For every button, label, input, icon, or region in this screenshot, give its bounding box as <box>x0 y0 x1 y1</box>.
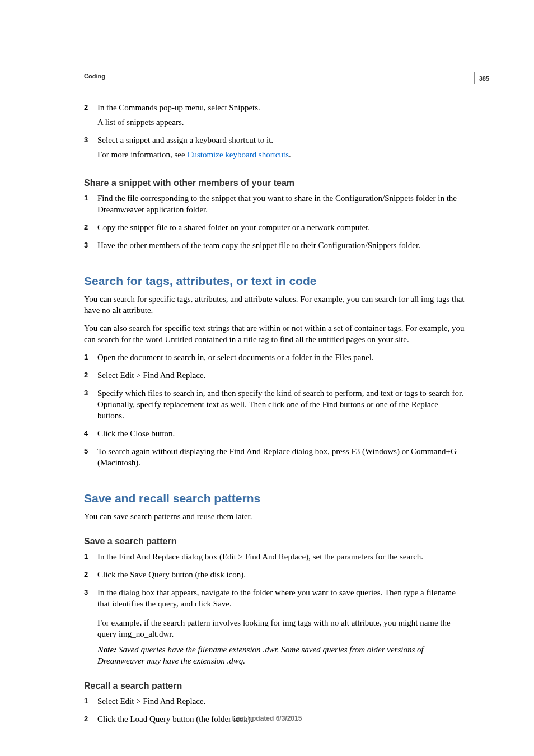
list-item: 3 In the dialog box that appears, naviga… <box>84 587 467 613</box>
list-body: Select Edit > Find And Replace. <box>97 696 467 710</box>
paragraph: Click the Save Query button (the disk ic… <box>97 569 467 580</box>
page-number-wrap: 385 <box>474 72 489 84</box>
list-item: 3 Select a snippet and assign a keyboard… <box>84 134 467 164</box>
list-item: 3 Specify which files to search in, and … <box>84 388 467 424</box>
paragraph: You can search for specific tags, attrib… <box>84 293 467 316</box>
list-body: In the Find And Replace dialog box (Edit… <box>97 551 467 566</box>
list-body: To search again without displaying the F… <box>97 446 467 472</box>
list-number: 1 <box>84 696 97 710</box>
paragraph: You can save search patterns and reuse t… <box>84 511 467 522</box>
paragraph: In the dialog box that appears, navigate… <box>97 587 467 609</box>
paragraph: Select Edit > Find And Replace. <box>97 696 467 707</box>
list-body: In the Commands pop-up menu, select Snip… <box>97 102 467 131</box>
list-body: Copy the snippet file to a shared folder… <box>97 222 467 236</box>
list-number: 2 <box>84 370 97 384</box>
list-item: 5 To search again without displaying the… <box>84 446 467 472</box>
list-number: 2 <box>84 222 97 236</box>
list-number: 2 <box>84 569 97 584</box>
page-number: 385 <box>479 75 489 82</box>
paragraph: Copy the snippet file to a shared folder… <box>97 222 467 233</box>
list-number: 1 <box>84 193 97 218</box>
list-body: Have the other members of the team copy … <box>97 240 467 254</box>
paragraph: Open the document to search in, or selec… <box>97 352 467 363</box>
text: . <box>289 150 291 159</box>
list-item: 3 Have the other members of the team cop… <box>84 240 467 254</box>
paragraph: Click the Close button. <box>97 428 467 439</box>
list-body: Find the file corresponding to the snipp… <box>97 193 467 218</box>
breadcrumb: Coding <box>84 73 467 80</box>
list-body: Select a snippet and assign a keyboard s… <box>97 134 467 164</box>
list-item: 1 In the Find And Replace dialog box (Ed… <box>84 551 467 566</box>
list-body: Click the Save Query button (the disk ic… <box>97 569 467 584</box>
heading-share-snippet: Share a snippet with other members of yo… <box>84 178 467 188</box>
paragraph: Select Edit > Find And Replace. <box>97 370 467 381</box>
list-body: Open the document to search in, or selec… <box>97 352 467 366</box>
note-body: Saved queries have the filename extensio… <box>97 645 424 665</box>
note: Note: Saved queries have the filename ex… <box>97 644 467 666</box>
heading-save-recall: Save and recall search patterns <box>84 492 467 505</box>
paragraph: In the Commands pop-up menu, select Snip… <box>97 102 467 113</box>
list-number: 3 <box>84 587 97 613</box>
list-number: 4 <box>84 428 97 442</box>
list-number: 2 <box>84 102 97 131</box>
list-item: 2 Copy the snippet file to a shared fold… <box>84 222 467 236</box>
paragraph: You can also search for specific text st… <box>84 323 467 345</box>
list-item: 4 Click the Close button. <box>84 428 467 442</box>
link-customize-shortcuts[interactable]: Customize keyboard shortcuts <box>187 150 289 159</box>
paragraph: In the Find And Replace dialog box (Edit… <box>97 551 467 562</box>
paragraph: A list of snippets appears. <box>97 116 467 128</box>
list-body: Click the Close button. <box>97 428 467 442</box>
list-body: In the dialog box that appears, navigate… <box>97 587 467 613</box>
paragraph: Find the file corresponding to the snipp… <box>97 193 467 215</box>
paragraph: Specify which files to search in, and th… <box>97 388 467 421</box>
heading-save-pattern: Save a search pattern <box>84 536 467 547</box>
list-number: 3 <box>84 388 97 424</box>
list-number: 5 <box>84 446 97 472</box>
heading-search-tags: Search for tags, attributes, or text in … <box>84 274 467 288</box>
page: 385 Coding 2 In the Commands pop-up menu… <box>0 0 534 756</box>
list-item: 2 In the Commands pop-up menu, select Sn… <box>84 102 467 131</box>
list-number: 1 <box>84 551 97 566</box>
paragraph: Have the other members of the team copy … <box>97 240 467 251</box>
list-item: 2 Select Edit > Find And Replace. <box>84 370 467 384</box>
list-number: 1 <box>84 352 97 366</box>
note-label: Note: <box>97 645 119 654</box>
list-item: 1 Open the document to search in, or sel… <box>84 352 467 366</box>
text: For more information, see <box>97 150 187 159</box>
list-item: 2 Click the Save Query button (the disk … <box>84 569 467 584</box>
paragraph: For more information, see Customize keyb… <box>97 149 467 160</box>
paragraph: For example, if the search pattern invol… <box>97 617 467 640</box>
list-body: Specify which files to search in, and th… <box>97 388 467 424</box>
list-item: 1 Find the file corresponding to the sni… <box>84 193 467 218</box>
paragraph: To search again without displaying the F… <box>97 446 467 468</box>
list-number: 3 <box>84 240 97 254</box>
list-body: Select Edit > Find And Replace. <box>97 370 467 384</box>
footer-last-updated: Last updated 6/3/2015 <box>0 715 534 722</box>
list-item: 1 Select Edit > Find And Replace. <box>84 696 467 710</box>
heading-recall-pattern: Recall a search pattern <box>84 681 467 691</box>
list-number: 3 <box>84 134 97 164</box>
paragraph: Select a snippet and assign a keyboard s… <box>97 134 467 146</box>
